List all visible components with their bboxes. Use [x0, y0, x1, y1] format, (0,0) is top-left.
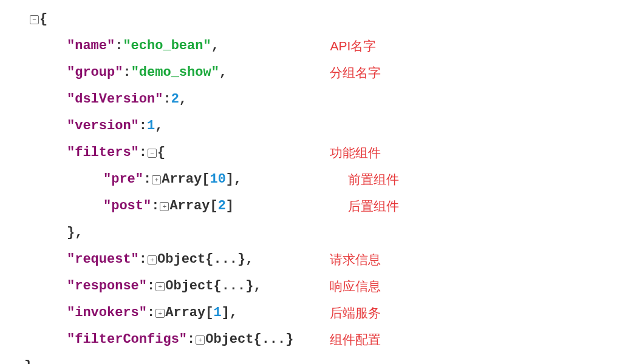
array-count: 10: [210, 166, 225, 193]
array-count: 1: [213, 300, 221, 326]
annotation-pre: 前置组件: [330, 166, 399, 193]
annotation-request: 请求信息: [330, 246, 399, 273]
object-label: Object{...}: [205, 326, 293, 353]
json-root-open: −{: [12, 6, 293, 33]
expand-icon[interactable]: +: [160, 202, 169, 211]
json-filters-close: },: [12, 220, 293, 246]
annotation-filterconfigs: 组件配置: [330, 326, 399, 353]
json-key: "dslVersion": [67, 86, 163, 113]
json-number-value: 1: [147, 113, 155, 140]
object-label: Object{...}: [165, 273, 253, 300]
json-entry-name: "name":"echo_bean",: [12, 33, 293, 59]
expand-icon[interactable]: +: [155, 309, 165, 318]
open-brace: {: [157, 140, 165, 166]
json-entry-dslversion: "dslVersion":2,: [12, 86, 293, 113]
json-key: "filters": [67, 140, 139, 166]
json-key: "group": [67, 59, 123, 86]
json-annotated-viewer: −{ "name":"echo_bean", "group":"demo_sho…: [12, 6, 619, 364]
annotation-empty: [330, 86, 399, 113]
annotation-empty: [330, 6, 399, 33]
json-key: "pre": [103, 166, 143, 193]
json-entry-post: "post":+Array[2]: [12, 193, 293, 220]
array-label: Array[: [169, 193, 217, 220]
json-key: "request": [67, 246, 139, 273]
annotation-post: 后置组件: [330, 193, 399, 220]
annotation-empty: [330, 113, 399, 140]
collapse-icon[interactable]: −: [30, 15, 39, 24]
close-brace: }: [67, 220, 75, 246]
json-number-value: 2: [171, 86, 179, 113]
annotation-group: 分组名字: [330, 59, 399, 86]
expand-icon[interactable]: +: [152, 175, 161, 184]
annotation-name: API名字: [330, 33, 399, 59]
json-key: "post": [103, 193, 151, 220]
json-entry-filters: "filters":−{: [12, 140, 293, 166]
annotation-filters: 功能组件: [330, 140, 399, 166]
json-key: "name": [67, 33, 115, 59]
expand-icon[interactable]: +: [155, 282, 165, 291]
annotation-empty: [330, 220, 399, 246]
json-root-close: }: [12, 353, 293, 364]
annotation-empty: [330, 353, 399, 364]
collapse-icon[interactable]: −: [148, 149, 157, 158]
expand-icon[interactable]: +: [196, 335, 205, 345]
json-entry-request: "request":+Object{...},: [12, 246, 293, 273]
json-code-column: −{ "name":"echo_bean", "group":"demo_sho…: [12, 6, 293, 364]
json-entry-group: "group":"demo_show",: [12, 59, 293, 86]
expand-icon[interactable]: +: [148, 255, 157, 265]
array-label: Array[: [162, 166, 210, 193]
open-brace: {: [39, 6, 47, 33]
annotation-response: 响应信息: [330, 273, 399, 300]
json-string-value: "echo_bean": [123, 33, 211, 59]
json-entry-response: "response":+Object{...},: [12, 273, 293, 300]
json-entry-pre: "pre":+Array[10],: [12, 166, 293, 193]
json-entry-version: "version":1,: [12, 113, 293, 140]
object-label: Object{...}: [157, 246, 245, 273]
array-label: Array[: [165, 300, 213, 326]
close-brace: }: [24, 353, 32, 364]
json-string-value: "demo_show": [131, 59, 219, 86]
annotations-column: API名字 分组名字 功能组件 前置组件 后置组件 请求信息 响应信息 后端服务…: [293, 6, 399, 364]
annotation-invokers: 后端服务: [330, 300, 399, 326]
json-key: "response": [67, 273, 147, 300]
json-key: "version": [67, 113, 139, 140]
json-key: "filterConfigs": [67, 326, 187, 353]
array-count: 2: [218, 193, 226, 220]
json-entry-invokers: "invokers":+Array[1],: [12, 300, 293, 326]
json-key: "invokers": [67, 300, 147, 326]
json-entry-filterconfigs: "filterConfigs":+Object{...}: [12, 326, 293, 353]
